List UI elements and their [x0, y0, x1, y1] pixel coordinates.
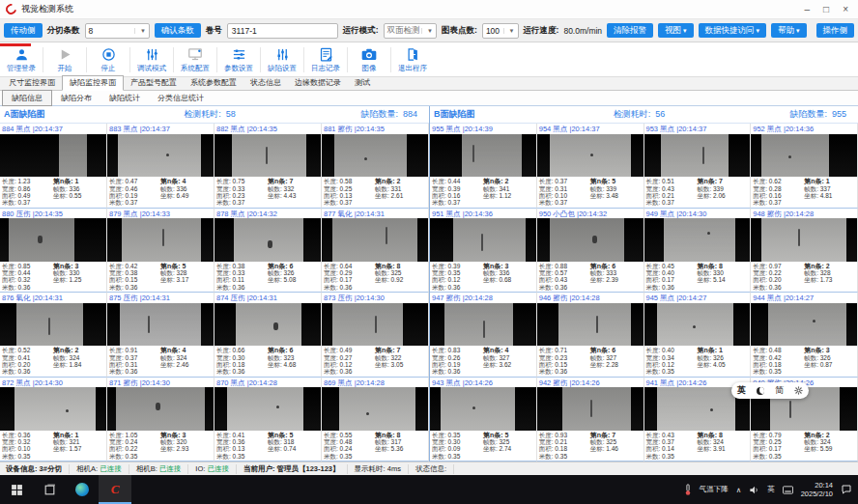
defect-card[interactable]: 949 黑点 |20:14:30长度: 0.45宽度: 0.40面积: 0.17… [644, 209, 752, 294]
defect-thumbnail[interactable] [322, 134, 428, 178]
defect-thumbnail[interactable] [644, 134, 751, 178]
action-button-sliders-v[interactable]: 调试模式 [132, 46, 171, 73]
chart-points-select[interactable]: 100▼ [482, 23, 519, 39]
sub-tab-1[interactable]: 缺陷分布 [52, 91, 100, 105]
defect-thumbnail[interactable] [644, 218, 751, 262]
defect-thumbnail[interactable] [751, 218, 857, 262]
defect-card[interactable]: 881 擦伤 |20:14:35长度: 0.58宽度: 0.25面积: 0.13… [322, 124, 429, 209]
clear-alarm-button[interactable]: 清除报警 [607, 23, 653, 38]
ime-lang-toggle[interactable]: 英 [737, 384, 746, 397]
close-button[interactable]: × [843, 5, 848, 14]
defect-card[interactable]: 952 黑点 |20:14:36长度: 0.62宽度: 0.28面积: 0.16… [751, 124, 858, 209]
notification-center-icon[interactable] [841, 484, 852, 495]
minimize-button[interactable]: – [805, 5, 811, 14]
defect-card[interactable]: 878 黑点 |20:14:32长度: 0.38宽度: 0.33面积: 0.11… [214, 209, 322, 294]
main-tab-1[interactable]: 缺陷监控界面 [62, 75, 124, 91]
defect-thumbnail[interactable] [107, 218, 214, 262]
defect-card[interactable]: 876 氧化 |20:14:31长度: 0.52宽度: 0.41面积: 0.20… [0, 293, 107, 378]
maximize-button[interactable]: □ [823, 5, 829, 14]
defect-thumbnail[interactable] [537, 134, 644, 178]
action-button-log[interactable]: 日志记录 [306, 46, 345, 73]
defect-thumbnail[interactable] [751, 134, 857, 178]
defect-card[interactable]: 951 黑点 |20:14:36长度: 0.39宽度: 0.35面积: 0.12… [430, 209, 537, 294]
defect-thumbnail[interactable] [0, 387, 106, 431]
defect-card[interactable]: 882 黑点 |20:14:35长度: 0.75宽度: 0.33面积: 0.23… [214, 124, 322, 209]
defect-thumbnail[interactable] [537, 387, 644, 431]
defect-card[interactable]: 955 黑点 |20:14:39长度: 0.44宽度: 0.39面积: 0.16… [430, 124, 537, 209]
defect-thumbnail[interactable] [214, 218, 321, 262]
defect-card[interactable]: 943 黑点 |20:14:26长度: 0.35宽度: 0.30面积: 0.09… [430, 378, 537, 462]
defect-thumbnail[interactable] [0, 134, 106, 178]
main-tab-6[interactable]: 测试 [348, 76, 377, 90]
defect-thumbnail[interactable] [751, 303, 857, 347]
defect-thumbnail[interactable] [430, 218, 536, 262]
action-button-stop[interactable]: 停止 [89, 46, 128, 73]
view-menu-button[interactable]: 视图 [658, 23, 693, 38]
confirm-count-button[interactable]: 确认条数 [155, 23, 201, 38]
action-button-monitor[interactable]: 系统配置 [176, 46, 214, 73]
defect-thumbnail[interactable] [0, 303, 106, 347]
defect-card[interactable]: 880 压伤 |20:14:35长度: 0.85宽度: 0.44面积: 0.32… [0, 209, 107, 294]
sub-tab-3[interactable]: 分类信息统计 [149, 91, 213, 105]
defect-thumbnail[interactable] [214, 303, 321, 347]
defect-card[interactable]: 873 压伤 |20:14:30长度: 0.49宽度: 0.27面积: 0.12… [322, 293, 429, 378]
action-button-play[interactable]: 开始 [45, 46, 84, 73]
main-tab-5[interactable]: 边缘数据记录 [288, 76, 348, 90]
action-button-user[interactable]: 管理登录 [2, 46, 41, 73]
defect-thumbnail[interactable] [0, 218, 106, 262]
defect-card[interactable]: 947 擦伤 |20:14:28长度: 0.83宽度: 0.26面积: 0.19… [430, 293, 537, 378]
slit-count-select[interactable]: 8▼ [85, 23, 150, 39]
action-button-sliders-v2[interactable]: 缺陷设置 [263, 46, 301, 73]
defect-thumbnail[interactable] [322, 387, 428, 431]
defect-thumbnail[interactable] [107, 134, 214, 178]
defect-thumbnail[interactable] [107, 303, 214, 347]
action-button-sliders-h[interactable]: 参数设置 [219, 46, 258, 73]
defect-thumbnail[interactable] [322, 303, 428, 347]
main-tab-3[interactable]: 系统参数配置 [184, 76, 243, 90]
defect-card[interactable]: 869 黑点 |20:14:28长度: 0.55宽度: 0.48面积: 0.24… [322, 378, 429, 462]
defect-thumbnail[interactable] [537, 218, 644, 262]
defect-card[interactable]: 877 氧化 |20:14:31长度: 0.64宽度: 0.29面积: 0.17… [322, 209, 429, 294]
ime-tray-lang[interactable]: 英 [767, 485, 775, 494]
defect-card[interactable]: 875 压伤 |20:14:31长度: 0.91宽度: 0.37面积: 0.31… [107, 293, 214, 378]
start-button[interactable] [0, 475, 33, 504]
browser-icon[interactable] [66, 475, 99, 504]
defect-card[interactable]: 870 黑点 |20:14:28长度: 0.41宽度: 0.36面积: 0.13… [214, 378, 322, 462]
defect-card[interactable]: 950 小凸包 |20:14:32长度: 0.88宽度: 0.57面积: 0.4… [537, 209, 644, 294]
defect-thumbnail[interactable] [644, 303, 751, 347]
task-view-button[interactable] [33, 475, 66, 504]
main-tab-0[interactable]: 尺寸监控界面 [2, 76, 62, 90]
action-button-exit[interactable]: 退出程序 [393, 46, 432, 73]
operator-side-button[interactable]: 操作侧 [816, 23, 855, 38]
defect-thumbnail[interactable] [430, 387, 536, 431]
moon-icon[interactable] [757, 387, 764, 395]
ime-toolbar[interactable]: 英 简 [731, 382, 809, 399]
defect-thumbnail[interactable] [214, 387, 321, 431]
defect-card[interactable]: 948 擦伤 |20:14:28长度: 0.97宽度: 0.22面积: 0.20… [751, 209, 858, 294]
defect-card[interactable]: 954 黑点 |20:14:37长度: 0.37宽度: 0.31面积: 0.10… [537, 124, 644, 209]
gear-icon[interactable] [794, 386, 803, 395]
defect-card[interactable]: 883 黑点 |20:14:37长度: 0.47宽度: 0.46面积: 0.19… [107, 124, 214, 209]
defect-thumbnail[interactable] [322, 218, 428, 262]
defect-thumbnail[interactable] [430, 303, 536, 347]
defect-card[interactable]: 871 擦伤 |20:14:30长度: 1.05宽度: 0.24面积: 0.22… [107, 378, 214, 462]
main-tab-2[interactable]: 产品型号配置 [124, 76, 184, 90]
roll-number-input[interactable]: 3117-1 [227, 23, 338, 39]
defect-thumbnail[interactable] [214, 134, 321, 178]
sub-tab-0[interactable]: 缺陷信息 [2, 90, 52, 106]
sub-tab-2[interactable]: 缺陷统计 [100, 91, 149, 105]
defect-card[interactable]: 944 黑点 |20:14:27长度: 0.48宽度: 0.42面积: 0.18… [751, 293, 858, 378]
action-button-camera[interactable]: 图像 [350, 46, 388, 73]
data-quick-access-menu-button[interactable]: 数据快捷访问 [699, 23, 766, 38]
defect-card[interactable]: 884 黑点 |20:14:37长度: 1.23宽度: 0.86面积: 0.49… [0, 124, 107, 209]
defect-thumbnail[interactable] [537, 303, 644, 347]
defect-card[interactable]: 946 擦伤 |20:14:28长度: 0.71宽度: 0.23面积: 0.15… [537, 293, 644, 378]
help-menu-button[interactable]: 帮助 [771, 23, 806, 38]
weather-text[interactable]: 气温下降 [700, 485, 729, 494]
run-mode-select[interactable]: 双面检测▼ [384, 23, 437, 39]
ime-simplified-toggle[interactable]: 简 [775, 384, 784, 397]
volume-icon[interactable] [749, 485, 759, 495]
defect-card[interactable]: 945 黑点 |20:14:27长度: 0.40宽度: 0.34面积: 0.12… [644, 293, 752, 378]
drive-side-button[interactable]: 传动侧 [4, 23, 43, 38]
defect-thumbnail[interactable] [430, 134, 536, 178]
